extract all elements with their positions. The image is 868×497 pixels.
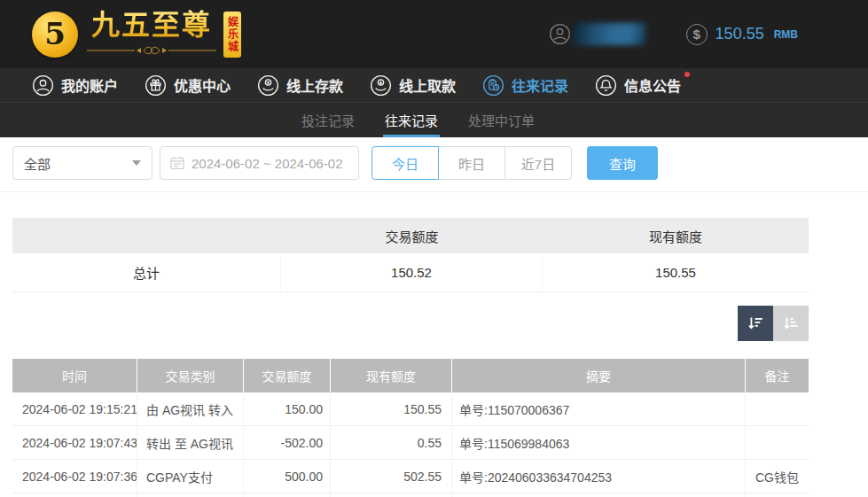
table-row-clipped: [12, 493, 809, 497]
nav-item-promotions[interactable]: 优惠中心: [145, 74, 231, 97]
cell-amount: 150.00: [244, 392, 331, 425]
wallet-balance[interactable]: $ 150.55 RMB: [686, 24, 798, 45]
cell-summary: 单号:202406033634704253: [452, 460, 746, 493]
col-time: 时间: [12, 359, 137, 392]
username-blurred: [573, 23, 645, 45]
bell-icon: [595, 74, 617, 97]
logo-flourish-icon: [85, 43, 218, 58]
cell-balance: 502.55: [331, 460, 452, 493]
col-balance: 现有额度: [331, 359, 452, 392]
sort-descending-icon: [746, 314, 765, 333]
cell-note: CG钱包: [746, 460, 809, 493]
withdraw-icon: [370, 74, 392, 97]
chevron-down-icon: [132, 160, 141, 166]
sort-ascending-icon: [781, 314, 801, 333]
sort-descending-button[interactable]: [738, 306, 773, 341]
cell-time: 2024-06-02 19:07:36: [12, 460, 137, 493]
records-icon: [482, 74, 504, 97]
summary-total-row: 总计 150.52 150.55: [12, 253, 809, 292]
balance-currency: RMB: [774, 28, 798, 41]
cell-amount: 500.00: [244, 460, 331, 493]
account-icon: [32, 74, 54, 97]
user-icon: [549, 23, 571, 45]
sort-ascending-button[interactable]: [773, 306, 809, 341]
cell-type: 由 AG视讯 转入: [137, 392, 244, 425]
summary-total-balance: 150.55: [543, 253, 809, 291]
tab-bet-records[interactable]: 投注记录: [300, 103, 356, 137]
gift-icon: [145, 74, 167, 97]
summary-total-label: 总计: [12, 253, 281, 291]
table-row: 2024-06-02 19:07:36 CGPAY支付 500.00 502.5…: [12, 460, 809, 493]
notification-dot: [684, 72, 690, 77]
record-tabs: 投注记录 往来记录 处理中订单: [0, 102, 868, 137]
date-range-input[interactable]: 2024-06-02 ~ 2024-06-02: [160, 146, 359, 180]
filter-divider: [0, 191, 868, 192]
quick-last7days-button[interactable]: 近7日: [504, 146, 572, 180]
quick-date-group: 今日 昨日 近7日: [371, 146, 572, 180]
search-button[interactable]: 查询: [587, 146, 658, 180]
content-area: 全部 2024-06-02 ~ 2024-06-02 今日 昨日 近7日 查询 …: [0, 137, 868, 497]
main-nav: 我的账户 优惠中心 线上存款 线上取款 往来记录: [0, 68, 868, 102]
quick-today-button[interactable]: 今日: [371, 146, 439, 180]
dollar-coin-icon: $: [686, 24, 708, 45]
col-amount: 交易额度: [244, 359, 331, 392]
nav-item-announcements[interactable]: 信息公告: [595, 74, 681, 97]
app-root: 5 九五至尊 娱乐城 $: [0, 0, 868, 497]
logo-monogram-icon: 5: [32, 12, 78, 58]
tab-transaction-records[interactable]: 往来记录: [383, 103, 440, 137]
site-logo[interactable]: 5 九五至尊 娱乐城: [32, 10, 241, 58]
cell-note: [746, 426, 809, 459]
cell-note: [746, 392, 809, 425]
cell-balance: 150.55: [331, 392, 452, 425]
cell-amount: -502.00: [244, 426, 331, 459]
summary-header-balance: 现有额度: [543, 218, 809, 253]
top-header: 5 九五至尊 娱乐城 $: [0, 0, 868, 68]
date-range-value: 2024-06-02 ~ 2024-06-02: [192, 156, 343, 171]
col-note: 备注: [746, 359, 809, 392]
summary-table: 交易额度 现有额度 总计 150.52 150.55: [12, 218, 809, 292]
deposit-icon: [257, 74, 279, 97]
summary-header-empty: [12, 218, 281, 253]
table-row: 2024-06-02 19:15:21 由 AG视讯 转入 150.00 150…: [12, 392, 809, 426]
nav-item-deposit[interactable]: 线上存款: [257, 74, 343, 97]
user-account[interactable]: [549, 23, 645, 45]
type-select[interactable]: 全部: [12, 146, 152, 180]
nav-item-withdraw[interactable]: 线上取款: [370, 74, 456, 97]
nav-item-transactions[interactable]: 往来记录: [482, 74, 568, 97]
balance-amount: 150.55: [716, 25, 764, 43]
cell-time: 2024-06-02 19:07:43: [12, 426, 137, 459]
table-row: 2024-06-02 19:07:43 转出 至 AG视讯 -502.00 0.…: [12, 426, 809, 460]
nav-item-my-account[interactable]: 我的账户: [32, 74, 118, 97]
records-header-row: 时间 交易类别 交易额度 现有额度 摘要 备注: [12, 359, 809, 392]
cell-time: 2024-06-02 19:15:21: [12, 392, 137, 425]
cell-summary: 单号:115069984063: [452, 426, 746, 459]
cell-summary: 单号:115070006367: [452, 392, 746, 425]
tab-pending-orders[interactable]: 处理中订单: [466, 103, 536, 137]
col-summary: 摘要: [452, 359, 746, 392]
summary-header-row: 交易额度 现有额度: [12, 218, 809, 253]
type-select-value: 全部: [24, 154, 51, 173]
brand-badge: 娱乐城: [223, 12, 241, 58]
cell-balance: 0.55: [331, 426, 452, 459]
cell-type: CGPAY支付: [137, 460, 244, 493]
summary-header-transaction: 交易额度: [281, 218, 543, 253]
col-type: 交易类别: [137, 359, 244, 392]
sort-button-group: [738, 306, 809, 341]
cell-type: 转出 至 AG视讯: [137, 426, 244, 459]
records-table: 时间 交易类别 交易额度 现有额度 摘要 备注 2024-06-02 19:15…: [12, 359, 809, 497]
calendar-icon: [169, 155, 185, 171]
quick-yesterday-button[interactable]: 昨日: [438, 146, 505, 180]
brand-title: 九五至尊: [91, 10, 212, 41]
summary-total-transaction: 150.52: [281, 253, 543, 291]
